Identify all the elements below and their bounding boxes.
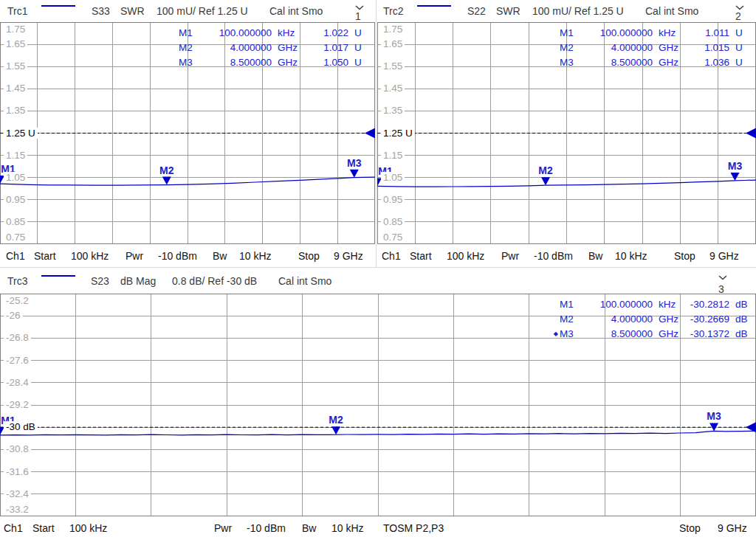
y-tick-label: -33.2 (4, 504, 31, 515)
start-freq-label[interactable]: Start (410, 250, 432, 262)
stop-freq-label[interactable]: Stop (679, 522, 701, 534)
marker-name: M2 (179, 42, 199, 53)
marker-label-M3: M3 (347, 157, 362, 169)
ref-line-pointer-icon[interactable] (365, 128, 375, 139)
cal-status-label[interactable]: Cal int Smo (269, 5, 323, 17)
marker-frequency-unit: kHz (653, 299, 681, 310)
stop-freq-value[interactable]: 9 GHz (718, 522, 747, 534)
channel-footer: Ch1 Start 100 kHz Pwr -10 dBm Bw 10 kHz … (376, 244, 756, 266)
stop-freq-value[interactable]: 9 GHz (334, 250, 363, 262)
chevron-down-icon (355, 5, 364, 10)
y-tick-label: 0.75 (4, 232, 27, 243)
trace-name-label[interactable]: Trc1 (7, 5, 27, 17)
marker-name: M1 (560, 27, 580, 38)
format-label[interactable]: SWR (120, 5, 145, 17)
measurement-label[interactable]: S22 (467, 5, 486, 17)
window-select-button-1[interactable]: 1 (355, 5, 364, 10)
marker-frequency: 8.500000 (580, 328, 653, 339)
start-freq-label[interactable]: Start (34, 250, 56, 262)
marker-frequency: 100.000000 (199, 27, 272, 38)
marker-name: M3 (560, 57, 580, 68)
start-freq-label[interactable]: Start (32, 522, 55, 534)
marker-readout-row[interactable]: M1 100.000000 kHz 1.011 U (549, 25, 752, 40)
window-select-button-3[interactable]: 3 (718, 275, 727, 280)
channel-label[interactable]: Ch1 (382, 250, 401, 262)
marker-frequency: 4.000000 (199, 42, 272, 53)
trace-name-label[interactable]: Trc2 (383, 5, 403, 17)
y-tick-label: 0.95 (4, 194, 27, 205)
marker-frequency: 8.500000 (199, 57, 272, 68)
y-tick-label: -31.6 (4, 466, 31, 477)
measurement-label[interactable]: S33 (92, 5, 110, 17)
scale-ref-label[interactable]: 0.8 dB/ Ref -30 dB (172, 275, 257, 287)
swr-plot-trc1[interactable]: M1 100.000000 kHz 1.022 U M2 4.000000 GH… (0, 22, 375, 244)
bandwidth-value[interactable]: 10 kHz (331, 522, 364, 534)
marker-readout-table: M1 100.000000 kHz 1.011 U M2 4.000000 GH… (549, 25, 752, 69)
channel-label[interactable]: Ch1 (4, 522, 23, 534)
swr-plot-trc2[interactable]: M1 100.000000 kHz 1.011 U M2 4.000000 GH… (377, 22, 756, 244)
power-label[interactable]: Pwr (214, 522, 232, 534)
y-tick-label: 1.75 (4, 24, 27, 35)
start-freq-value[interactable]: 100 kHz (71, 250, 109, 262)
bandwidth-label[interactable]: Bw (588, 250, 602, 262)
window-select-button-2[interactable]: 2 (735, 5, 744, 10)
cal-info-label[interactable]: TOSM P2,P3 (383, 522, 444, 534)
marker-frequency: 100.000000 (580, 27, 653, 38)
marker-readout-table: M1 100.000000 kHz -30.2812 dB M2 4.00000… (549, 297, 752, 341)
trace-name-label[interactable]: Trc3 (7, 275, 27, 287)
y-tick-label: -26 (4, 310, 23, 321)
marker-value-unit: U (348, 27, 371, 38)
bandwidth-label[interactable]: Bw (213, 250, 227, 262)
y-tick-label: 1.35 (4, 105, 27, 116)
marker-readout-row[interactable]: M1 100.000000 kHz 1.022 U (168, 25, 371, 40)
power-value[interactable]: -10 dBm (158, 250, 197, 262)
power-label[interactable]: Pwr (501, 250, 519, 262)
marker-symbol-M3[interactable] (350, 170, 359, 178)
marker-symbol-M2[interactable] (162, 177, 171, 185)
marker-symbol-M2[interactable] (541, 177, 550, 185)
format-label[interactable]: SWR (496, 5, 520, 17)
power-label[interactable]: Pwr (126, 250, 143, 262)
scale-ref-label[interactable]: 100 mU/ Ref 1.25 U (157, 5, 248, 17)
marker-readout-row[interactable]: M2 4.000000 GHz 1.017 U (168, 40, 371, 55)
marker-readout-row[interactable]: M2 4.000000 GHz 1.015 U (549, 40, 752, 55)
bandwidth-label[interactable]: Bw (302, 522, 316, 534)
marker-value: 1.036 (681, 57, 729, 68)
power-value[interactable]: -10 dBm (247, 522, 286, 534)
marker-value: 1.015 (681, 42, 729, 53)
bandwidth-value[interactable]: 10 kHz (239, 250, 272, 262)
y-tick-label: 0.75 (381, 232, 405, 243)
marker-readout-row[interactable]: M3 8.500000 GHz 1.050 U (168, 55, 371, 69)
window-number: 2 (735, 10, 741, 22)
stop-freq-value[interactable]: 9 GHz (709, 250, 739, 262)
marker-name: M2 (560, 313, 580, 325)
format-label[interactable]: dB Mag (120, 275, 156, 287)
start-freq-value[interactable]: 100 kHz (447, 250, 484, 262)
cal-status-label[interactable]: Cal int Smo (278, 275, 331, 287)
scale-ref-label[interactable]: 100 mU/ Ref 1.25 U (532, 5, 624, 17)
start-freq-value[interactable]: 100 kHz (69, 522, 107, 534)
measurement-label[interactable]: S23 (91, 275, 109, 287)
marker-readout-row[interactable]: ◆ M3 8.500000 GHz -30.1372 dB (549, 326, 752, 341)
marker-label-M3: M3 (728, 160, 743, 172)
marker-readout-row[interactable]: M3 8.500000 GHz 1.036 U (549, 55, 752, 69)
channel-label[interactable]: Ch1 (6, 250, 25, 262)
stop-freq-label[interactable]: Stop (674, 250, 695, 262)
marker-symbol-M3[interactable] (731, 173, 740, 181)
y-tick-label: 1.35 (381, 105, 405, 116)
marker-value: -30.2812 (681, 299, 729, 310)
y-tick-label: 1.05 (381, 172, 405, 183)
stop-freq-label[interactable]: Stop (298, 250, 320, 262)
bandwidth-value[interactable]: 10 kHz (615, 250, 647, 262)
marker-symbol-M2[interactable] (331, 426, 340, 434)
marker-name: M3 (179, 57, 199, 68)
marker-label-M2: M2 (329, 414, 343, 426)
marker-readout-row[interactable]: M2 4.000000 GHz -30.2669 dB (549, 311, 752, 326)
marker-value-unit: U (729, 57, 752, 68)
y-tick-label: 1.65 (381, 38, 405, 49)
marker-readout-row[interactable]: M1 100.000000 kHz -30.2812 dB (549, 297, 752, 311)
ref-line-pointer-icon[interactable] (746, 128, 756, 139)
power-value[interactable]: -10 dBm (534, 250, 573, 262)
cal-status-label[interactable]: Cal int Smo (645, 5, 698, 17)
dbmag-plot-trc3[interactable]: M1 100.000000 kHz -30.2812 dB M2 4.00000… (0, 294, 756, 516)
